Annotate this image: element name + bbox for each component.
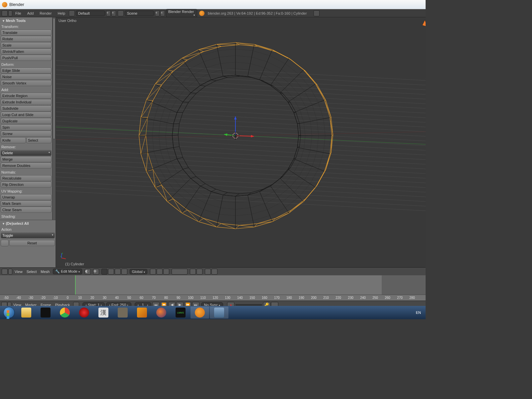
reset-button[interactable]: Reset xyxy=(9,240,55,246)
timeline-tracks[interactable] xyxy=(0,275,426,295)
pivot-icon[interactable]: ⊕ xyxy=(93,269,99,275)
shading-icon[interactable]: ◐ xyxy=(85,269,91,275)
mesh-tools-header[interactable]: Mesh Tools xyxy=(1,18,52,23)
loop-cut-button[interactable]: Loop Cut and Slide xyxy=(1,112,52,118)
view-menu[interactable]: View xyxy=(13,269,25,274)
photos-taskbar-icon[interactable] xyxy=(210,307,228,319)
editor-type-icon[interactable] xyxy=(2,10,8,16)
screen-layout-field[interactable]: Default xyxy=(76,11,105,16)
blender-taskbar-icon[interactable] xyxy=(191,307,209,319)
add-screen-icon[interactable]: + xyxy=(106,10,111,16)
winamp-taskbar-icon[interactable] xyxy=(133,307,151,319)
action-label: Action xyxy=(1,226,55,232)
push-pull-button[interactable]: Push/Pull xyxy=(1,55,52,61)
3d-viewport[interactable]: User Ortho (1) Cylinder xyxy=(56,17,426,267)
start-button[interactable] xyxy=(1,307,17,319)
render-anim-icon[interactable] xyxy=(211,269,217,275)
mark-seam-button[interactable]: Mark Seam xyxy=(1,200,52,206)
select-menu[interactable]: Select xyxy=(25,269,39,274)
extrude-region-button[interactable]: Extrude Region xyxy=(1,93,52,99)
tool-shelf-scrollbar[interactable] xyxy=(52,17,56,220)
clear-seam-button[interactable]: Clear Seam xyxy=(1,207,52,213)
noise-button[interactable]: Noise xyxy=(1,74,52,80)
action-dropdown[interactable]: Toggle▾ xyxy=(1,232,55,238)
keying-set-field[interactable] xyxy=(235,304,262,306)
recalculate-button[interactable]: Recalculate xyxy=(1,175,52,181)
subdivide-button[interactable]: Subdivide xyxy=(1,105,52,111)
render-preview-icon[interactable] xyxy=(205,269,211,275)
scene-browse-icon[interactable] xyxy=(118,10,124,16)
menu-add[interactable]: Add xyxy=(25,11,37,16)
steam-taskbar-icon[interactable] xyxy=(36,307,55,319)
translate-widget-icon[interactable] xyxy=(157,269,163,275)
mesh-menu[interactable]: Mesh xyxy=(39,269,52,274)
rotate-button[interactable]: Rotate xyxy=(1,36,52,42)
reset-icon[interactable] xyxy=(1,240,9,246)
gimp-taskbar-icon[interactable] xyxy=(113,307,132,319)
edge-select-icon[interactable] xyxy=(108,269,114,275)
app-taskbar-icon[interactable] xyxy=(75,307,93,319)
flip-direction-button[interactable]: Flip Direction xyxy=(1,182,52,188)
add-label: Add: xyxy=(1,86,52,92)
blender-logo-icon xyxy=(199,11,204,16)
edge-slide-button[interactable]: Edge Slide xyxy=(1,67,52,73)
translate-button[interactable]: Translate xyxy=(1,30,52,36)
snap-type-icon[interactable] xyxy=(197,269,202,275)
orientation-dropdown[interactable]: Global ▾ xyxy=(130,269,147,274)
system-tray[interactable]: EN xyxy=(413,311,424,315)
remove-label: Remove: xyxy=(1,144,52,150)
merge-button[interactable]: Merge xyxy=(1,156,52,162)
view-rotate-gizmo[interactable] xyxy=(415,19,426,27)
3d-view-header: View Select Mesh 🔧 Edit Mode ▾ ◐ ⊕ Globa… xyxy=(0,267,426,275)
last-operator-header[interactable]: (De)select All xyxy=(1,221,55,226)
scene-field[interactable]: Scene xyxy=(125,11,154,16)
face-select-icon[interactable] xyxy=(115,269,121,275)
knife-button[interactable]: Knife xyxy=(1,137,26,143)
chrome-taskbar-icon[interactable] xyxy=(56,307,74,319)
del-scene-icon[interactable]: × xyxy=(160,10,165,16)
menu-file[interactable]: File xyxy=(13,11,24,16)
scene-stats: blender.org 263 | Ve:64-192 | Ed:96-352 … xyxy=(208,11,307,15)
timeline-ruler[interactable]: -50-40-30-20-100102030405060708090100110… xyxy=(0,295,426,301)
remove-doubles-button[interactable]: Remove Doubles xyxy=(1,163,52,169)
delete-button[interactable]: Delete▾ xyxy=(1,150,52,156)
manipulator-icon[interactable] xyxy=(150,269,156,275)
menu-help[interactable]: Help xyxy=(55,11,68,16)
knife-select-button[interactable]: Select xyxy=(26,137,52,143)
snap-icon[interactable] xyxy=(190,269,196,275)
back-to-previous-icon[interactable] xyxy=(314,10,320,16)
extrude-individual-button[interactable]: Extrude Individual xyxy=(1,99,52,105)
collapse-icon[interactable] xyxy=(8,10,12,16)
menu-render[interactable]: Render xyxy=(37,11,54,16)
timeline-cursor[interactable] xyxy=(75,275,75,295)
limit-selection-icon[interactable] xyxy=(121,269,127,275)
collapse-icon[interactable] xyxy=(8,269,12,275)
unwrap-button[interactable]: Unwrap xyxy=(1,194,52,200)
duplicate-button[interactable]: Duplicate xyxy=(1,118,52,124)
scale-button[interactable]: Scale xyxy=(1,42,52,48)
screen-browse-icon[interactable] xyxy=(69,10,75,16)
firefox-taskbar-icon[interactable] xyxy=(152,307,171,319)
explorer-taskbar-icon[interactable] xyxy=(17,307,36,319)
svg-marker-0 xyxy=(422,20,426,27)
language-indicator[interactable]: EN xyxy=(416,311,421,315)
window-title: Blender xyxy=(9,2,24,7)
screw-button[interactable]: Screw xyxy=(1,131,52,137)
lmms-taskbar-icon[interactable]: LMMS xyxy=(171,307,190,319)
windows-logo-icon xyxy=(3,307,15,318)
view-mode-label: User Ortho xyxy=(59,19,76,23)
spin-button[interactable]: Spin xyxy=(1,124,52,130)
del-screen-icon[interactable]: × xyxy=(111,10,116,16)
vertex-select-icon[interactable] xyxy=(101,269,107,275)
add-scene-icon[interactable]: + xyxy=(155,10,160,16)
rotate-widget-icon[interactable] xyxy=(163,269,169,275)
kanji-taskbar-icon[interactable]: 漢 xyxy=(94,307,113,319)
shrink-fatten-button[interactable]: Shrink/Fatten xyxy=(1,49,52,55)
object-name-label: (1) Cylinder xyxy=(65,262,84,266)
mode-dropdown[interactable]: 🔧 Edit Mode ▾ xyxy=(53,269,82,274)
smooth-vertex-button[interactable]: Smooth Vertex xyxy=(1,80,52,86)
render-engine-dropdown[interactable]: Blender Render ▾ xyxy=(166,9,197,17)
editor-type-icon[interactable] xyxy=(2,269,8,275)
blender-icon xyxy=(2,2,7,7)
layers-icon[interactable] xyxy=(172,269,188,275)
